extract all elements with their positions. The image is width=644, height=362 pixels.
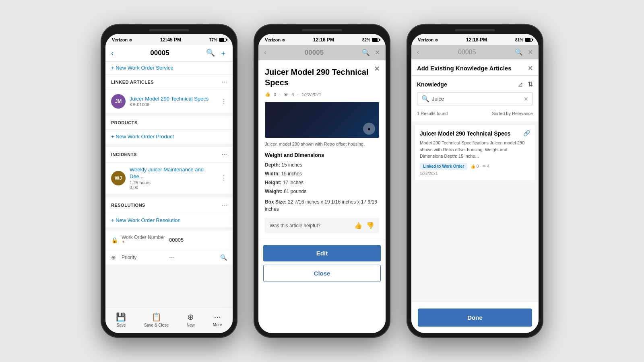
new-work-order-service-link[interactable]: + New Work Order Service [105, 62, 233, 74]
carrier-1: Verizon [112, 37, 128, 42]
search-clear-icon[interactable]: ✕ [524, 96, 528, 102]
save-close-label: Save & Close [144, 323, 169, 327]
article-item-jm[interactable]: JM Juicer Model 290 Technical Specs KA-0… [105, 90, 233, 113]
knowledge-action-icons: ⊿ ⇅ [518, 80, 533, 88]
save-close-button[interactable]: 📋 Save & Close [140, 311, 173, 329]
header-actions-1: 🔍 ＋ [206, 48, 227, 58]
new-button[interactable]: ⊕ New [183, 311, 199, 329]
result-title: Juicer Model 290 Technical Specs [420, 130, 510, 137]
result-footer: Linked to Work Order 👍 0 · 👁 4 [420, 163, 530, 170]
width-value: 15 inches [281, 171, 302, 177]
incident-item-wj[interactable]: WJ Weekly Juicer Maintenance and Dee... … [105, 162, 233, 194]
depth-value: 15 inches [281, 162, 302, 168]
wifi-icon-1: ⌾ [129, 37, 132, 42]
incidents-section: INCIDENTS ··· WJ Weekly Juicer Maintenan… [105, 147, 233, 194]
search-bar-icon: 🔍 [421, 95, 429, 103]
article-field-height: Height: 17 inches [265, 179, 379, 186]
field-label-priority: Priority [122, 255, 166, 260]
views-icon: 👁 [284, 92, 288, 97]
new-work-order-resolution-link[interactable]: + New Work Order Resolution [105, 213, 233, 227]
helpful-text: Was this article helpful? [270, 223, 320, 228]
knowledge-search-bar[interactable]: 🔍 Juice ✕ [417, 92, 533, 105]
helpful-icons: 👍 👎 [354, 222, 374, 229]
article-field-depth: Depth: 15 inches [265, 161, 379, 169]
save-icon: 💾 [116, 312, 126, 322]
avatar-wj: WJ [111, 171, 126, 185]
phone-2: Verizon ⌾ 12:16 PM 82% ‹ 00005 🔍 ✕ ✕ [254, 24, 390, 338]
priority-icon: ⊕ [111, 254, 118, 261]
battery-fill-1 [219, 38, 224, 41]
phone-notch-3 [455, 29, 495, 31]
battery-icon-2 [372, 38, 379, 42]
field-priority: ⊕ Priority --- 🔍 [105, 250, 233, 265]
battery-pct-3: 81% [515, 38, 523, 42]
article-image: ● [265, 102, 379, 138]
back-button-2[interactable]: ‹ [264, 48, 266, 57]
thumbs-down-helpful[interactable]: 👎 [366, 222, 374, 229]
app-header-1: ‹ 00005 🔍 ＋ [105, 45, 233, 62]
wifi-icon-2: ⌾ [282, 37, 285, 42]
save-button[interactable]: 💾 Save [112, 311, 130, 329]
status-left-3: Verizon ⌾ [418, 37, 438, 42]
linked-articles-more[interactable]: ··· [222, 78, 227, 86]
phone-3-screen: Verizon ⌾ 12:18 PM 81% ‹ 00005 🔍 ✕ [411, 34, 539, 333]
box-size-label: Box Size: [265, 199, 287, 205]
back-button-1[interactable]: ‹ [111, 49, 114, 58]
sort-icon[interactable]: ⇅ [528, 80, 533, 88]
battery-fill-2 [372, 38, 378, 41]
incident-item-menu[interactable]: ⋮ [221, 174, 227, 182]
status-left-2: Verizon ⌾ [265, 37, 285, 42]
phone-1: Verizon ⌾ 12:45 PM 77% ‹ 00005 🔍 ＋ [101, 24, 237, 338]
search-input[interactable]: Juice [432, 96, 521, 102]
article-title: Juicer Model 290 Technical Specs [265, 67, 379, 88]
status-bar-2: Verizon ⌾ 12:16 PM 82% [258, 34, 386, 45]
linked-articles-section: Linked Articles ··· JM Juicer Model 290 … [105, 74, 233, 113]
incident-hours: 1.25 hours [130, 180, 217, 185]
article-item-subtitle: KA-01008 [130, 102, 217, 107]
link-icon[interactable]: 🔗 [523, 130, 530, 136]
thumbs-up-icon: 👍 [265, 92, 270, 97]
resolutions-more[interactable]: ··· [222, 202, 227, 209]
modal-close-button[interactable]: ✕ [374, 64, 380, 73]
phone-1-screen: Verizon ⌾ 12:45 PM 77% ‹ 00005 🔍 ＋ [105, 34, 233, 333]
search-icon-3b: 🔍 [515, 48, 523, 56]
filter-icon[interactable]: ⊿ [518, 80, 523, 88]
article-date: 1/22/2021 [301, 92, 321, 97]
done-area: Done [411, 302, 539, 333]
article-helpful: Was this article helpful? 👍 👎 [265, 218, 379, 233]
linked-articles-title: Linked Articles [111, 80, 154, 84]
result-card-1[interactable]: Juicer Model 290 Technical Specs 🔗 Model… [415, 125, 535, 181]
incident-item-info: Weekly Juicer Maintenance and Dee... 1.2… [130, 167, 217, 190]
products-title: PRODUCTS [111, 120, 138, 125]
close-button[interactable]: Close [263, 265, 381, 282]
field-label-won: Work Order Number * [122, 234, 166, 246]
incidents-more[interactable]: ··· [222, 151, 227, 158]
priority-search-icon[interactable]: 🔍 [220, 254, 227, 261]
back-button-3: ‹ [417, 49, 419, 56]
app-header-2: ‹ 00005 🔍 ✕ [258, 45, 386, 60]
linked-articles-header: Linked Articles ··· [105, 74, 233, 90]
article-field-width: Width: 15 inches [265, 170, 379, 177]
result-desc: Model 290 Technical Specifications Juice… [420, 140, 530, 160]
article-item-menu[interactable]: ⋮ [221, 98, 227, 105]
phone-3: Verizon ⌾ 12:18 PM 81% ‹ 00005 🔍 ✕ [407, 24, 543, 338]
search-icon-1[interactable]: 🔍 [206, 48, 215, 58]
thumbs-up-count: 0 [274, 92, 276, 97]
knowledge-label: Knowledge [417, 81, 447, 88]
results-count: 1 Results found [417, 111, 448, 116]
more-label: More [213, 323, 222, 327]
dialog-title: Add Existing Knowledge Articles [417, 65, 511, 72]
edit-button[interactable]: Edit [263, 245, 381, 261]
thumbs-up-helpful[interactable]: 👍 [354, 222, 362, 229]
lock-icon: 🔒 [111, 237, 118, 243]
new-work-order-product-link[interactable]: + New Work Order Product [105, 130, 233, 144]
save-label: Save [117, 323, 126, 327]
done-button[interactable]: Done [418, 309, 532, 327]
search-icon-2: 🔍 [362, 49, 370, 56]
dialog-close-icon[interactable]: ✕ [528, 64, 533, 72]
close-icon-3b: ✕ [528, 48, 533, 56]
more-button[interactable]: ··· More [209, 311, 226, 329]
dialog-header: Add Existing Knowledge Articles ✕ [411, 60, 539, 76]
add-icon-1[interactable]: ＋ [220, 48, 227, 58]
header-actions-2: 🔍 ✕ [362, 49, 380, 56]
